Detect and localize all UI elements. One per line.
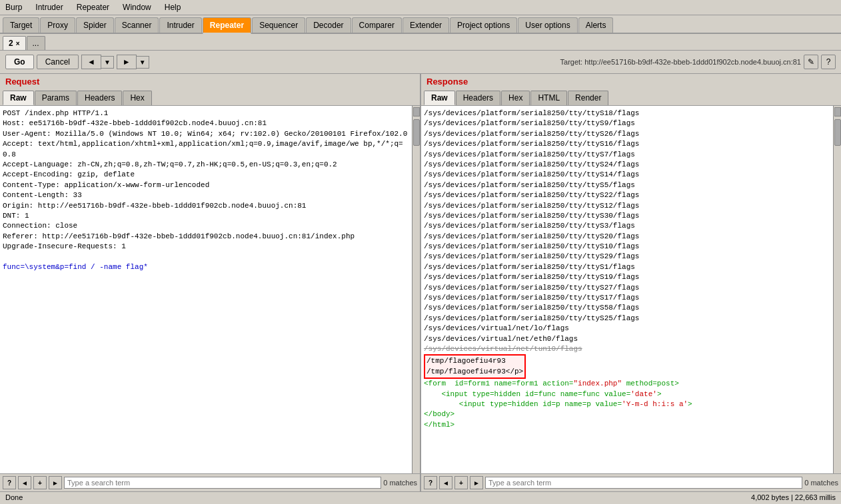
response-scroll-container: /sys/devices/platform/serial8250/tty/tty… <box>421 106 841 473</box>
toolbar: Go Cancel ◄ ▼ ► ▼ Target: http://ee51716… <box>0 51 841 74</box>
back-button[interactable]: ◄ <box>81 55 101 69</box>
request-tab-params[interactable]: Params <box>35 91 77 105</box>
back-nav: ◄ ▼ <box>81 55 114 69</box>
go-button[interactable]: Go <box>5 55 34 69</box>
search-prev-left[interactable]: ◄ <box>18 476 31 489</box>
cancel-button[interactable]: Cancel <box>37 55 79 69</box>
request-scroll-container: POST /index.php HTTP/1.1 Host: ee51716b-… <box>0 106 420 473</box>
search-help-right[interactable]: ? <box>424 476 437 489</box>
tab-sequencer[interactable]: Sequencer <box>252 17 305 33</box>
tab-alerts[interactable]: Alerts <box>578 17 614 33</box>
tab-user-options[interactable]: User options <box>518 17 577 33</box>
tab-scanner[interactable]: Scanner <box>115 17 159 33</box>
forward-nav: ► ▼ <box>117 55 149 69</box>
repeater-tab-new[interactable]: ... <box>27 36 45 50</box>
response-scrollbar[interactable] <box>833 106 841 473</box>
tab-spider[interactable]: Spider <box>76 17 114 33</box>
status-info: 4,002 bytes | 22,663 millis <box>751 493 836 501</box>
response-tab-html[interactable]: HTML <box>530 91 567 105</box>
status-bar: Done 4,002 bytes | 22,663 millis <box>0 491 841 503</box>
search-prev-right[interactable]: ◄ <box>439 476 452 489</box>
request-panel: Request Raw Params Headers Hex POST /ind… <box>0 74 421 491</box>
request-scrollbar[interactable] <box>412 106 420 473</box>
search-next-right[interactable]: ► <box>470 476 483 489</box>
request-tab-hex[interactable]: Hex <box>123 91 151 105</box>
tab-target[interactable]: Target <box>3 17 39 33</box>
tab-decoder[interactable]: Decoder <box>306 17 351 33</box>
forward-button[interactable]: ► <box>117 55 137 69</box>
search-input-left[interactable] <box>64 477 381 489</box>
repeater-instance-tabs: 2 × ... <box>0 34 841 51</box>
search-count-right: 0 matches <box>804 479 838 487</box>
repeater-tab-2[interactable]: 2 × <box>3 36 26 50</box>
response-sub-tabs: Raw Headers Hex HTML Render <box>421 89 841 106</box>
tab-proxy[interactable]: Proxy <box>40 17 75 33</box>
edit-target-button[interactable]: ✎ <box>804 55 818 69</box>
response-panel: Response Raw Headers Hex HTML Render /sy… <box>421 74 841 491</box>
status-done: Done <box>5 493 23 501</box>
menu-burp[interactable]: Burp <box>3 1 25 13</box>
search-input-right[interactable] <box>485 477 802 489</box>
request-tab-headers[interactable]: Headers <box>77 91 122 105</box>
tab-comparer[interactable]: Comparer <box>352 17 402 33</box>
response-tab-raw[interactable]: Raw <box>424 91 455 105</box>
menu-help[interactable]: Help <box>162 1 184 13</box>
tab-extender[interactable]: Extender <box>403 17 449 33</box>
response-tab-headers[interactable]: Headers <box>456 91 500 105</box>
search-count-left: 0 matches <box>383 479 417 487</box>
main-content: Request Raw Params Headers Hex POST /ind… <box>0 74 841 491</box>
search-help-left[interactable]: ? <box>3 476 16 489</box>
request-tab-raw[interactable]: Raw <box>3 91 34 105</box>
menu-bar: Burp Intruder Repeater Window Help <box>0 0 841 15</box>
search-next-left[interactable]: ► <box>49 476 62 489</box>
response-title: Response <box>421 74 841 89</box>
search-add-right[interactable]: + <box>454 476 468 489</box>
menu-intruder[interactable]: Intruder <box>33 1 65 13</box>
forward-dropdown[interactable]: ▼ <box>137 56 149 69</box>
response-body[interactable]: /sys/devices/platform/serial8250/tty/tty… <box>421 106 833 473</box>
tab-project-options[interactable]: Project options <box>450 17 517 33</box>
flag-highlight-box: /tmp/flagoefiu4r93 /tmp/flagoefiu4r93</p… <box>424 354 526 379</box>
request-title: Request <box>0 74 420 89</box>
tab-repeater[interactable]: Repeater <box>203 17 251 34</box>
tab-intruder[interactable]: Intruder <box>159 17 201 33</box>
close-tab-icon[interactable]: × <box>16 40 20 47</box>
response-tab-hex[interactable]: Hex <box>501 91 530 105</box>
menu-repeater[interactable]: Repeater <box>74 1 112 13</box>
request-body[interactable]: POST /index.php HTTP/1.1 Host: ee51716b-… <box>0 106 412 473</box>
response-search-bar: ? ◄ + ► 0 matches <box>421 473 841 491</box>
search-add-left[interactable]: + <box>33 476 47 489</box>
target-url: Target: http://ee51716b-b9df-432e-bbeb-1… <box>560 58 801 66</box>
menu-window[interactable]: Window <box>120 1 154 13</box>
response-tab-render[interactable]: Render <box>568 91 608 105</box>
back-dropdown[interactable]: ▼ <box>101 56 114 69</box>
request-sub-tabs: Raw Params Headers Hex <box>0 89 420 106</box>
help-button[interactable]: ? <box>821 55 836 69</box>
main-tab-bar: Target Proxy Spider Scanner Intruder Rep… <box>0 15 841 34</box>
request-search-bar: ? ◄ + ► 0 matches <box>0 473 420 491</box>
